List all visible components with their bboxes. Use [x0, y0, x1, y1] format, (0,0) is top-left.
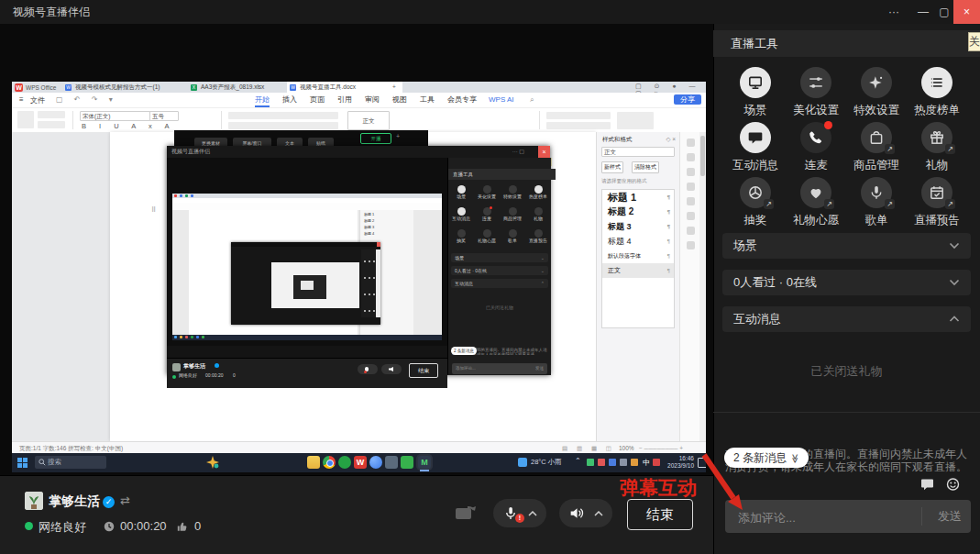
section-interactive-messages[interactable]: 互动消息 [722, 306, 971, 332]
send-button[interactable]: 发送 [938, 500, 962, 533]
wps-zoom-slider: − ──────── + [639, 445, 683, 451]
nested-close-button: × [538, 146, 550, 158]
taskbar-gray-app-icon [385, 456, 398, 469]
wps-zoom-level: 100% [619, 445, 634, 451]
menu-dots-button[interactable]: ··· [880, 0, 908, 24]
nested-titlebar: 视频号直播伴侣 ··· ▢ [167, 146, 550, 158]
tool-lottery[interactable]: ↗ 抽奖 [725, 177, 786, 228]
screen-capture-preview: W WPS Office W视频号模板式见解报告方式一(1) XAA3资产报表_… [12, 82, 706, 472]
wps-menu-review: 审阅 [365, 94, 380, 105]
level3-capture [271, 262, 359, 308]
hot-ranking-icon [929, 74, 945, 91]
style-panel-title: 样式和格式 [602, 136, 633, 144]
tray-icon-3 [609, 459, 616, 466]
clock-icon [103, 520, 116, 533]
comment-input[interactable] [736, 500, 905, 535]
external-link-icon: ↗ [885, 199, 895, 209]
paragraph-tools-row1 [228, 112, 338, 119]
tool-live-trailer[interactable]: ↗ 直播预告 [907, 177, 967, 228]
new-style-button: 新样式 [601, 161, 623, 173]
tool-product-management[interactable]: ↗ 商品管理 [846, 122, 907, 173]
section-scene[interactable]: 场景 [722, 233, 971, 259]
nested-stage: 标题 1 标题 2 标题 3 标题 4 [167, 158, 447, 346]
danmaku-toggle-icon[interactable] [919, 477, 935, 492]
wps-toolbar: 宋体(正文) 五号 B I U A x A 正文 [12, 108, 706, 133]
tray-ime-indicator: 中 [643, 458, 650, 468]
taskbar-green-app-icon [338, 456, 351, 469]
nested-sidebar-header: 直播工具 [448, 169, 556, 180]
style-gallery-normal: 正文 [347, 111, 390, 130]
tray-weather-icon [518, 458, 527, 467]
chat-bubble-icon [747, 129, 764, 146]
nested-app-window: 视频号直播伴侣 ··· ▢ × [167, 146, 550, 375]
close-button[interactable]: × [953, 0, 980, 24]
external-link-icon: ↗ [885, 144, 895, 154]
tool-interactive-messages[interactable]: 互动消息 [725, 122, 786, 173]
sidebar-divider [713, 412, 980, 413]
tray-notification-icon [698, 458, 706, 468]
wps-status-left: 页面:1/1 字数:146 拼写检查: 中文(中国) [19, 445, 123, 453]
taskbar-explorer-icon [307, 456, 320, 469]
clipboard-tool [38, 121, 65, 128]
nested-duration: 00:00:20 [205, 372, 223, 378]
style-item-h1: 标题 1¶ [602, 190, 674, 205]
tray-icon-6 [653, 459, 660, 466]
tray-weather-text: 28°C 小雨 [531, 458, 562, 467]
style-hint: 请选择要应用的格式 [601, 178, 647, 184]
new-messages-pill[interactable]: 2 条新消息≫ [724, 448, 809, 468]
windows-taskbar: 搜索 W M 28°C 小雨 ⌃ [12, 453, 706, 472]
tool-scene[interactable]: 场景 [725, 67, 786, 118]
tool-gifts[interactable]: ↗ 礼物 [907, 122, 967, 173]
style-item-body: 正文¶ [602, 263, 674, 278]
tool-hot-ranking[interactable]: 热度榜单 [907, 67, 967, 118]
shopping-bag-icon [868, 129, 885, 146]
tool-effects[interactable]: 特效设置 [846, 67, 907, 118]
comment-input-box[interactable]: 发送 [725, 500, 971, 533]
wps-new-tab-icon: + [392, 83, 396, 90]
nested-verified-badge [215, 363, 219, 368]
wps-menu-home: 开始 [255, 94, 270, 107]
likes-count: 0 [194, 519, 201, 533]
calendar-icon [929, 184, 945, 201]
live-assistant-window: 视频号直播伴侣 ··· — ▢ × 关 W WPS Office W视频号模板式… [0, 0, 980, 554]
beauty-settings-icon [808, 74, 824, 91]
nested-bottombar: 掌够生活 网络良好 00:00:20 0 结束 [167, 358, 447, 388]
paste-tool [17, 111, 34, 128]
chevron-up-icon [594, 511, 603, 516]
network-status-label: 网络良好 [39, 519, 86, 536]
wps-suite-name: WPS Office [26, 83, 56, 92]
co-stream-notification-dot [824, 121, 832, 129]
lottery-icon [747, 184, 764, 201]
switch-account-icon[interactable]: ⇄ [120, 493, 130, 507]
wps-doc-tab-2: XAA3资产报表_0819.xlsx [188, 82, 298, 93]
send-divider [921, 507, 922, 526]
end-stream-button[interactable]: 结束 [627, 499, 693, 530]
wps-file-menu: 文件 [30, 95, 45, 105]
mic-alert-badge: ! [515, 514, 524, 523]
tray-icon-5 [631, 459, 638, 466]
tool-playlist[interactable]: ↗ 歌单 [846, 177, 907, 228]
section-viewers[interactable]: 0人看过 · 0在线 [722, 270, 971, 295]
wps-hamburger-icon: ≡ [19, 95, 24, 104]
window-title: 视频号直播伴侣 [13, 0, 90, 24]
sidebar-header: 直播工具 [713, 30, 980, 57]
verified-badge-icon: ✓ [103, 496, 115, 508]
tray-icon-2 [598, 459, 605, 466]
mic-button[interactable]: ! [493, 499, 546, 527]
tool-beauty-settings[interactable]: 美化设置 [786, 67, 846, 118]
annotation-danmaku-label: 弹幕互动 [620, 475, 697, 501]
wps-doc-tab-active: W视频号直播工具.docx [287, 82, 402, 93]
nested-sidebar: 直播工具 场景 美化设置 特效设置 热度榜单 互动消息 连麦 商品管理 礼物 抽… [447, 158, 551, 375]
wps-menu-member: 会员专享 [447, 94, 477, 105]
screen-share-icon[interactable] [454, 503, 478, 523]
overlay-plus-icon: + [396, 133, 400, 139]
style-panel-close-icon: ◇ × [666, 136, 676, 143]
wps-menu-insert: 插入 [282, 94, 297, 105]
wps-share-button: 分享 [674, 94, 701, 105]
speaker-button[interactable] [559, 499, 612, 527]
tool-gift-wish[interactable]: ↗ 礼物心愿 [786, 177, 846, 228]
clear-format-button: 清除格式 [632, 161, 659, 173]
drag-handle-dots: ⠿ [151, 207, 157, 218]
tool-co-stream[interactable]: 连麦 [786, 122, 846, 173]
emoji-icon[interactable] [945, 477, 961, 492]
